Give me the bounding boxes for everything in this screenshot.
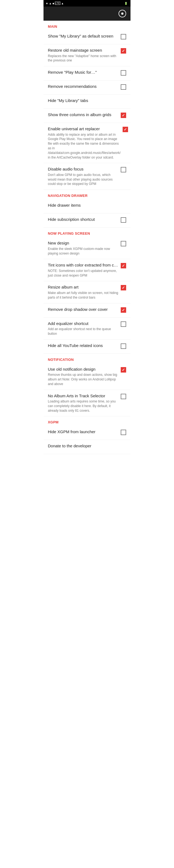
setting-item-donate[interactable]: Donate to the developer xyxy=(44,440,130,454)
setting-item-content-restore-old-mainstage: Restore old mainstage screenReplaces the… xyxy=(48,48,121,63)
setting-item-subtitle-restore-old-mainstage: Replaces the new "Adaptive" home screen … xyxy=(48,54,119,63)
setting-item-content-tint-icons-color: Tint icons with color extracted from c…N… xyxy=(48,262,121,278)
status-bar-left: ★ ▲ ■ LTE ▲ xyxy=(46,2,64,5)
setting-item-add-equalizer-shortcut[interactable]: Add equalizer shortcutAdd an equalizer s… xyxy=(44,318,130,340)
setting-item-content-use-old-notification: Use old notification designRemove thumbs… xyxy=(48,367,121,386)
checkbox-remove-drop-shadow[interactable]: ✓ xyxy=(121,307,126,313)
toolbar-circle-button[interactable] xyxy=(119,10,126,18)
setting-item-title-no-album-arts-track-selector: No Album Arts in Track Selector xyxy=(48,393,119,399)
toolbar-icon-dot xyxy=(121,12,123,15)
settings-container: MainShow "My Library" as default screenR… xyxy=(44,21,130,454)
setting-item-content-enable-universal-art: Enable universal art replacerAdds abilit… xyxy=(48,126,123,160)
setting-item-show-my-library[interactable]: Show "My Library" as default screen xyxy=(44,30,130,44)
section-header-navigation-drawer: Navigation drawer xyxy=(44,190,130,199)
lte-icon: LTE xyxy=(55,2,60,5)
setting-item-content-hide-youtube-icons: Hide all YouTube related icons xyxy=(48,343,121,348)
setting-item-title-remove-drop-shadow: Remove drop shadow over cover xyxy=(48,307,119,312)
setting-item-title-add-equalizer-shortcut: Add equalizer shortcut xyxy=(48,321,119,326)
setting-item-enable-universal-art[interactable]: Enable universal art replacerAdds abilit… xyxy=(44,123,130,163)
setting-item-title-hide-my-library-tabs: Hide "My Library" tabs xyxy=(48,98,119,103)
bluetooth-icon: ★ xyxy=(46,2,48,5)
setting-item-subtitle-add-equalizer-shortcut: Add an equalizer shortcut next to the qu… xyxy=(48,327,119,336)
setting-item-content-new-design: New designEnable the sleek XGPM custom-m… xyxy=(48,240,121,256)
setting-item-content-hide-my-library-tabs: Hide "My Library" tabs xyxy=(48,98,121,103)
setting-item-title-remove-play-music-for: Remove "Play Music for…" xyxy=(48,70,119,75)
status-bar-right: 🔋 xyxy=(123,2,128,5)
setting-item-disable-audio-focus[interactable]: Disable audio focusDon't allow GPM to ga… xyxy=(44,163,130,190)
checkbox-use-old-notification[interactable]: ✓ xyxy=(121,367,126,373)
checkmark-enable-universal-art: ✓ xyxy=(124,127,127,131)
setting-item-new-design[interactable]: New designEnable the sleek XGPM custom-m… xyxy=(44,237,130,259)
setting-item-title-disable-audio-focus: Disable audio focus xyxy=(48,166,119,172)
setting-item-content-add-equalizer-shortcut: Add equalizer shortcutAdd an equalizer s… xyxy=(48,321,121,336)
setting-item-remove-drop-shadow[interactable]: Remove drop shadow over cover✓ xyxy=(44,304,130,318)
setting-item-content-remove-recommendations: Remove recommendations xyxy=(48,84,121,89)
battery-icon: 🔋 xyxy=(124,2,127,5)
setting-item-title-hide-xgpm-launcher: Hide XGPM from launcher xyxy=(48,429,119,435)
setting-item-subtitle-resize-album-art: Make album art fully visible on screen, … xyxy=(48,291,119,300)
setting-item-title-show-my-library: Show "My Library" as default screen xyxy=(48,33,119,39)
setting-item-title-resize-album-art: Resize album art xyxy=(48,284,119,290)
checkbox-disable-audio-focus[interactable] xyxy=(121,167,126,173)
signal-strength-icon: ▲ xyxy=(61,2,64,5)
checkbox-new-design[interactable] xyxy=(121,241,126,246)
checkbox-tint-icons-color[interactable]: ✓ xyxy=(121,263,126,269)
checkbox-add-equalizer-shortcut[interactable] xyxy=(121,321,126,327)
checkmark-use-old-notification: ✓ xyxy=(122,368,125,372)
setting-item-subtitle-disable-audio-focus: Don't allow GPM to gain audio focus, whi… xyxy=(48,173,119,186)
signal-icon: ■ xyxy=(53,2,54,5)
setting-item-subtitle-tint-icons-color: NOTE: Sometimes color isn't updated anym… xyxy=(48,269,119,278)
setting-item-hide-youtube-icons[interactable]: Hide all YouTube related icons xyxy=(44,340,130,354)
setting-item-hide-xgpm-launcher[interactable]: Hide XGPM from launcher xyxy=(44,426,130,440)
setting-item-resize-album-art[interactable]: Resize album artMake album art fully vis… xyxy=(44,281,130,303)
setting-item-title-donate: Donate to the developer xyxy=(48,443,124,449)
setting-item-hide-drawer-items: Hide drawer items xyxy=(44,199,130,214)
wifi-icon: ▲ xyxy=(49,2,52,5)
checkbox-restore-old-mainstage[interactable]: ✓ xyxy=(121,48,126,54)
checkmark-tint-icons-color: ✓ xyxy=(122,264,125,268)
setting-item-title-use-old-notification: Use old notification design xyxy=(48,367,119,372)
checkbox-enable-universal-art[interactable]: ✓ xyxy=(123,127,128,132)
setting-item-title-new-design: New design xyxy=(48,240,119,246)
setting-item-title-restore-old-mainstage: Restore old mainstage screen xyxy=(48,48,119,53)
setting-item-title-show-three-columns: Show three columns in album grids xyxy=(48,112,119,118)
setting-item-content-hide-subscription-shortcut: Hide subscription shortcut xyxy=(48,217,121,222)
section-header-xgpm: XGPM xyxy=(44,416,130,426)
checkbox-hide-youtube-icons[interactable] xyxy=(121,343,126,349)
setting-item-use-old-notification[interactable]: Use old notification designRemove thumbs… xyxy=(44,363,130,390)
setting-item-content-show-my-library: Show "My Library" as default screen xyxy=(48,33,121,39)
setting-item-title-remove-recommendations: Remove recommendations xyxy=(48,84,119,89)
setting-item-no-album-arts-track-selector[interactable]: No Album Arts in Track SelectorLoading a… xyxy=(44,390,130,416)
setting-item-hide-subscription-shortcut[interactable]: Hide subscription shortcut xyxy=(44,214,130,227)
checkmark-show-three-columns: ✓ xyxy=(122,114,125,117)
setting-item-tint-icons-color[interactable]: Tint icons with color extracted from c…N… xyxy=(44,259,130,281)
setting-item-subtitle-use-old-notification: Remove thumbs up and down actions, show … xyxy=(48,373,119,386)
checkbox-remove-recommendations[interactable] xyxy=(121,84,126,90)
setting-item-remove-play-music-for[interactable]: Remove "Play Music for…" xyxy=(44,66,130,81)
checkbox-resize-album-art[interactable]: ✓ xyxy=(121,285,126,290)
checkbox-remove-play-music-for[interactable] xyxy=(121,70,126,75)
setting-item-restore-old-mainstage[interactable]: Restore old mainstage screenReplaces the… xyxy=(44,44,130,66)
checkmark-resize-album-art: ✓ xyxy=(122,286,125,289)
checkbox-no-album-arts-track-selector[interactable] xyxy=(121,394,126,399)
setting-item-subtitle-new-design: Enable the sleek XGPM custom-made now pl… xyxy=(48,247,119,256)
section-header-notification: Notification xyxy=(44,354,130,363)
setting-item-content-disable-audio-focus: Disable audio focusDon't allow GPM to ga… xyxy=(48,166,121,186)
checkbox-show-my-library[interactable] xyxy=(121,34,126,39)
setting-item-show-three-columns[interactable]: Show three columns in album grids✓ xyxy=(44,109,130,123)
setting-item-content-resize-album-art: Resize album artMake album art fully vis… xyxy=(48,284,121,300)
setting-item-content-hide-xgpm-launcher: Hide XGPM from launcher xyxy=(48,429,121,435)
checkbox-hide-xgpm-launcher[interactable] xyxy=(121,430,126,435)
setting-item-content-remove-drop-shadow: Remove drop shadow over cover xyxy=(48,307,121,312)
checkmark-restore-old-mainstage: ✓ xyxy=(122,49,125,53)
checkbox-show-three-columns[interactable]: ✓ xyxy=(121,113,126,118)
setting-item-content-no-album-arts-track-selector: No Album Arts in Track SelectorLoading a… xyxy=(48,393,121,413)
setting-item-title-enable-universal-art: Enable universal art replacer xyxy=(48,126,120,132)
checkmark-remove-drop-shadow: ✓ xyxy=(122,308,125,312)
setting-item-subtitle-no-album-arts-track-selector: Loading album arts requires some time, s… xyxy=(48,399,119,413)
checkbox-hide-subscription-shortcut[interactable] xyxy=(121,217,126,223)
setting-item-remove-recommendations[interactable]: Remove recommendations xyxy=(44,81,130,95)
setting-item-content-hide-drawer-items: Hide drawer items xyxy=(48,203,121,208)
setting-item-hide-my-library-tabs: Hide "My Library" tabs xyxy=(44,95,130,109)
setting-item-content-donate: Donate to the developer xyxy=(48,443,126,449)
